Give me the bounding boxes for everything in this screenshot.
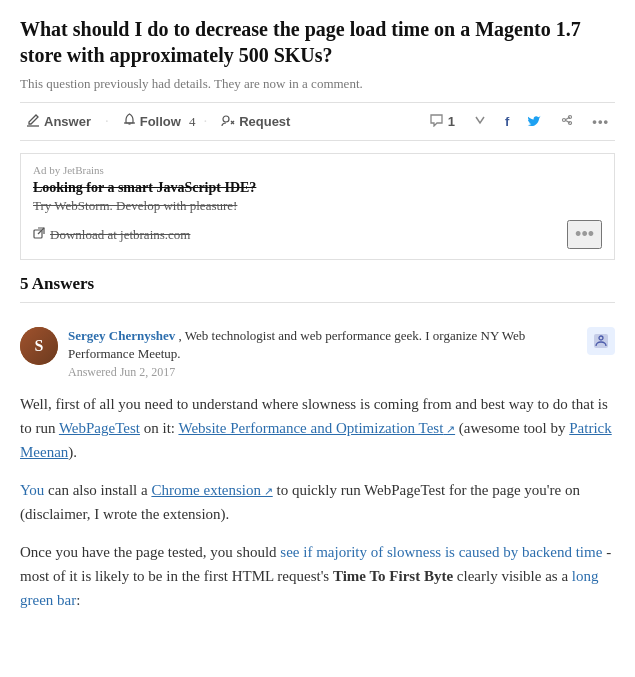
ad-link[interactable]: Download at jetbrains.com <box>33 227 190 243</box>
follow-label: Follow <box>140 114 181 129</box>
comment-button[interactable]: 1 <box>423 109 461 134</box>
svg-point-3 <box>223 116 229 122</box>
p1-text2: on it: <box>140 420 178 436</box>
ad-container: Ad by JetBrains Looking for a smart Java… <box>20 153 615 260</box>
comment-count: 1 <box>448 114 455 129</box>
request-icon <box>221 114 235 130</box>
p3-text4: : <box>76 592 80 608</box>
answer-action-icon[interactable] <box>587 327 615 355</box>
p3-text1: Once you have the page tested, you shoul… <box>20 544 280 560</box>
ad-label: Ad by JetBrains <box>33 164 602 176</box>
webpagetest-link[interactable]: WebPageTest <box>59 420 140 436</box>
request-label: Request <box>239 114 290 129</box>
twitter-share-button[interactable] <box>521 110 548 134</box>
ad-subtitle: Try WebStorm. Develop with pleasure! <box>33 198 602 214</box>
avatar: S <box>20 327 58 365</box>
sep1: · <box>105 113 109 130</box>
answer-paragraph-2: You can also install a Chrome extension … <box>20 478 615 526</box>
downvote-button[interactable] <box>467 109 493 134</box>
action-bar: Answer · Follow 4 · Request <box>20 102 615 141</box>
p1-text4: ). <box>68 444 77 460</box>
answerer-name[interactable]: Sergey Chernyshev <box>68 328 175 343</box>
answer-date: Answered Jun 2, 2017 <box>68 365 577 380</box>
comment-icon <box>429 113 444 130</box>
p2-text1: can also install a <box>44 482 151 498</box>
follow-count: 4 <box>189 114 196 130</box>
avatar-image: S <box>20 327 58 365</box>
facebook-share-button[interactable]: f <box>499 110 515 133</box>
answerer-name-line: Sergey Chernyshev , Web technologist and… <box>68 327 577 363</box>
svg-line-8 <box>38 228 44 234</box>
edit-icon <box>26 113 40 130</box>
p3-bold: Time To First Byte <box>333 568 453 584</box>
external-link-icon <box>33 227 45 243</box>
p3-text3: clearly visible as a <box>453 568 572 584</box>
answer-button[interactable]: Answer <box>20 109 97 134</box>
share-icon <box>560 113 574 130</box>
ad-more-button[interactable]: ••• <box>567 220 602 249</box>
share-button[interactable] <box>554 109 580 134</box>
question-note: This question previously had details. Th… <box>20 76 615 92</box>
answers-header: 5 Answers <box>20 274 615 303</box>
downvote-icon <box>473 113 487 130</box>
website-performance-link[interactable]: Website Performance and Optimization Tes… <box>178 420 455 436</box>
sep2: · <box>203 113 207 130</box>
request-button[interactable]: Request <box>215 110 296 134</box>
more-icon: ••• <box>592 114 609 129</box>
answer-paragraph-3: Once you have the page tested, you shoul… <box>20 540 615 612</box>
answerer-row: S Sergey Chernyshev , Web technologist a… <box>20 327 615 380</box>
ad-title: Looking for a smart JavaScript IDE? <box>33 180 602 196</box>
answer-label: Answer <box>44 114 91 129</box>
p3-highlight1: see if majority of slowness is caused by… <box>280 544 602 560</box>
p2-you: You <box>20 482 44 498</box>
answer-paragraph-1: Well, first of all you need to understan… <box>20 392 615 464</box>
answer-body: Well, first of all you need to understan… <box>20 392 615 612</box>
more-button[interactable]: ••• <box>586 110 615 133</box>
ad-link-text: Download at jetbrains.com <box>50 227 190 243</box>
bell-icon <box>123 113 136 130</box>
facebook-icon: f <box>505 114 509 129</box>
twitter-icon <box>527 114 542 130</box>
svg-point-6 <box>563 119 566 122</box>
answer-block: S Sergey Chernyshev , Web technologist a… <box>20 317 615 612</box>
chrome-extension-link[interactable]: Chrome extension <box>151 482 272 498</box>
p1-text3: (awesome tool by <box>455 420 569 436</box>
answerer-info: Sergey Chernyshev , Web technologist and… <box>68 327 577 380</box>
follow-button[interactable]: Follow <box>117 109 187 134</box>
question-title: What should I do to decrease the page lo… <box>20 16 615 68</box>
ad-footer: Download at jetbrains.com ••• <box>33 220 602 249</box>
